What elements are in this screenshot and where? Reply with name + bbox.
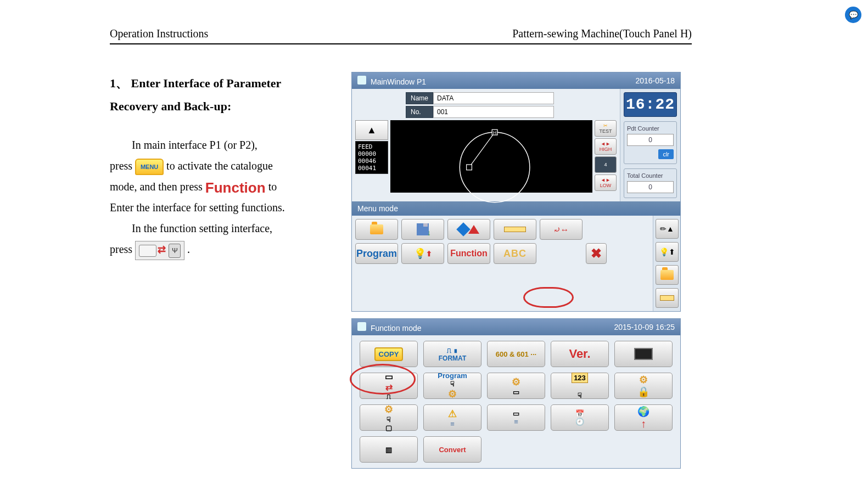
svg-rect-4 [467, 165, 472, 170]
screen-button[interactable] [614, 341, 673, 367]
version-button[interactable]: Ver. [551, 341, 609, 367]
para-5: In the function setting interface, [110, 218, 329, 239]
clock-display: 16:22 [624, 92, 677, 117]
name-field[interactable]: DATA [433, 92, 554, 104]
feed-row: 00046 [358, 157, 385, 165]
usb-chip-icon: ⎍ ▮ [447, 346, 458, 354]
monitor-icon [634, 348, 653, 360]
usb-transfer-inline-icon [135, 241, 184, 260]
pattern-circle-icon: H [390, 120, 592, 209]
calendar-icon: 📅 [575, 409, 584, 418]
warning-icon: ⚠ [448, 408, 457, 420]
gear-icon: ⚙ [384, 403, 393, 415]
assistant-bubble-icon[interactable]: 💬 [845, 7, 861, 23]
hand-icon: ☟ [387, 415, 391, 424]
transform-button[interactable]: ⤾↔ [540, 219, 583, 240]
ruler-erase-button[interactable] [494, 219, 536, 240]
doc-header-right: Pattern-sewing Machine(Touch Panel H) [512, 27, 692, 40]
hints-button[interactable]: 💡 ⬆ [401, 243, 444, 264]
feed-row: 00000 [358, 150, 385, 157]
save-button[interactable]: ↓ [401, 219, 444, 240]
feed-row: 00041 [358, 165, 385, 172]
window-titlebar: MainWindow P1 2016-05-18 [352, 72, 680, 89]
shortcut-open[interactable] [656, 265, 679, 285]
folder-icon [660, 270, 674, 280]
speed-mid-button[interactable]: 4 [595, 156, 617, 173]
function-button-inline: Function [205, 179, 266, 196]
machine-list-button[interactable]: ▭ ≡ [487, 404, 545, 431]
speed-high-button[interactable]: ◄►HIGH [595, 138, 617, 155]
counter-settings-button[interactable]: 123☟ [551, 373, 609, 399]
lock-icon: 🔒 [637, 386, 649, 398]
total-counter-box: Total Counter 0 [624, 168, 677, 198]
feed-label: FEED [358, 143, 385, 150]
lock-settings-button[interactable]: ⚙🔒 [614, 373, 673, 399]
window-title: Function mode [371, 324, 422, 333]
svg-text:H: H [493, 130, 496, 136]
gear-icon: ⚙ [448, 388, 457, 400]
app-icon [357, 76, 366, 85]
gear-icon: ⚙ [639, 374, 648, 386]
shortcut-hints[interactable]: 💡⬆ [656, 242, 679, 262]
floppy-disk-icon: ↓ [417, 223, 429, 235]
para-2: press MENU to activate the catalogue [110, 155, 329, 176]
close-button[interactable]: ✖ [586, 243, 607, 264]
svg-line-1 [469, 132, 495, 167]
usb-icon: ⎍ [387, 392, 391, 401]
document-header: Operation Instructions Pattern-sewing Ma… [110, 27, 692, 44]
convert-button[interactable]: Convert [423, 436, 481, 463]
bulb-icon: 💡 [414, 247, 426, 260]
right-panel: 16:22 Pdt Counter 0 clr Total Counter 0 [620, 89, 680, 201]
ruler-icon [660, 295, 674, 301]
window-date: 2016-05-18 [635, 76, 675, 85]
counter-badge: 123 [572, 373, 588, 383]
unknown-button[interactable]: ▥ [360, 436, 418, 463]
no-label: No. [406, 106, 433, 118]
doc-header-left: Operation Instructions [110, 27, 208, 40]
total-counter-value[interactable]: 0 [627, 181, 674, 193]
no-field[interactable]: 001 [433, 106, 554, 118]
date-time-button[interactable]: 📅🕘 [551, 404, 609, 431]
update-button[interactable]: 🌍↑ [614, 404, 673, 431]
usb-transfer-button[interactable]: ▭⇄⎍ [360, 373, 418, 399]
shortcut-edit[interactable]: ✏▲ [656, 219, 679, 239]
folder-open-icon [370, 224, 383, 234]
document-page: Operation Instructions Pattern-sewing Ma… [110, 27, 692, 475]
copy-button[interactable]: COPY [360, 341, 418, 367]
pattern-stage[interactable]: H [390, 120, 592, 193]
pdt-counter-value[interactable]: 0 [627, 134, 674, 146]
machine-settings-button[interactable]: ⚙▭ [487, 373, 545, 399]
open-file-button[interactable] [355, 219, 398, 240]
touch-settings-button[interactable]: ⚙☟▢ [360, 404, 418, 431]
instruction-text: 1、 Enter Interface of Parameter Recovery… [110, 72, 329, 475]
hand-icon: ☟ [578, 391, 582, 399]
total-counter-label: Total Counter [627, 172, 674, 179]
format-button[interactable]: ⎍ ▮FORMAT [423, 341, 481, 367]
program-settings-button[interactable]: Program☟⚙ [423, 373, 481, 399]
para-3: mode, and then press Function to [110, 176, 329, 197]
shortcut-ruler[interactable] [656, 288, 679, 308]
pdt-counter-box: Pdt Counter 0 clr [624, 121, 677, 164]
clear-counter-button[interactable]: clr [658, 149, 674, 159]
screenshot-main-window: MainWindow P1 2016-05-18 Name DATA No. [351, 72, 681, 312]
para-6: press . [110, 239, 329, 260]
speed-low-button[interactable]: ◄►LOW [595, 175, 617, 191]
window-titlebar: Function mode 2015-10-09 16:25 [352, 319, 680, 335]
warning-list-button[interactable]: ⚠≡ [423, 404, 481, 431]
app-icon [357, 322, 366, 331]
gear-icon: ⚙ [512, 376, 520, 388]
clock-icon: 🕘 [575, 418, 584, 426]
pattern-600-601-button[interactable]: 600 & 601 ··· [487, 341, 545, 367]
pdt-counter-label: Pdt Counter [627, 125, 674, 132]
edit-shape-button[interactable] [447, 219, 490, 240]
abc-button[interactable]: ABC [494, 243, 536, 264]
test-button[interactable]: ✂TEST [595, 120, 617, 137]
feed-panel: FEED 00000 00046 00041 [355, 141, 388, 174]
feed-up-button[interactable]: ▲ [355, 120, 388, 140]
para-4: Enter the interface for setting function… [110, 197, 329, 218]
screenshot-function-mode: Function mode 2015-10-09 16:25 COPY ⎍ ▮F… [351, 318, 681, 469]
ruler-icon [504, 227, 526, 232]
section-heading: 1、 Enter Interface of Parameter Recovery… [110, 72, 329, 118]
function-button[interactable]: Function [447, 243, 490, 264]
program-button[interactable]: Program [355, 243, 398, 264]
